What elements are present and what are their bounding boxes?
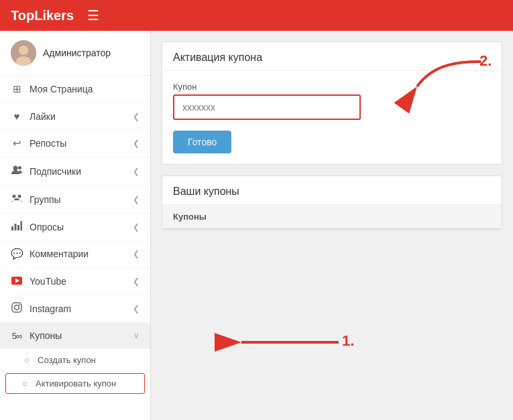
sidebar-item-subscribers[interactable]: Подписчики ❮ <box>0 157 150 186</box>
svg-point-1 <box>19 46 28 55</box>
sidebar-item-polls[interactable]: Опросы ❮ <box>0 214 150 240</box>
sidebar-item-label: Купоны <box>30 330 127 341</box>
sidebar-item-groups[interactable]: Группы ❮ <box>0 186 150 214</box>
instagram-icon <box>11 302 23 315</box>
username-label: Администратор <box>43 48 111 58</box>
user-block: Администратор <box>0 31 150 76</box>
app-title: TopLikers <box>11 8 74 23</box>
chevron-icon: ❮ <box>133 249 139 259</box>
chevron-icon: ❮ <box>133 304 139 313</box>
svg-text:2.: 2. <box>479 52 492 69</box>
svg-rect-8 <box>15 224 17 230</box>
avatar-image <box>11 40 36 66</box>
circle-icon: ○ <box>19 378 30 389</box>
subitem-label: Создать купон <box>38 355 96 365</box>
my-page-icon: ⊞ <box>11 83 23 95</box>
chevron-icon: ❮ <box>133 222 139 232</box>
svg-text:1.: 1. <box>342 332 354 349</box>
sidebar-item-label: Репосты <box>30 138 126 149</box>
submit-button[interactable]: Готово <box>173 131 231 153</box>
sidebar-item-label: Группы <box>30 194 126 205</box>
sidebar-item-comments[interactable]: 💬 Комментарии ❮ <box>0 240 150 268</box>
svg-rect-13 <box>12 303 21 312</box>
coupons-table: Купоны <box>162 205 502 229</box>
svg-point-15 <box>19 304 20 305</box>
annotation-arrow-2: 2. <box>407 56 501 98</box>
sidebar-item-label: YouTube <box>30 276 126 287</box>
sidebar-item-reposts[interactable]: ↩ Репосты ❮ <box>0 130 150 157</box>
chevron-icon: ❮ <box>133 195 139 204</box>
likes-icon: ♥ <box>11 111 23 122</box>
coupons-icon: 5∞ <box>11 331 23 341</box>
coupons-card: Ваши купоны Купоны <box>162 176 502 230</box>
sidebar-item-label: Комментарии <box>30 249 126 259</box>
coupon-input[interactable] <box>176 97 358 117</box>
chevron-icon: ❮ <box>133 277 139 286</box>
sidebar: Администратор ⊞ Моя Страница ♥ Лайки ❮ ↩… <box>0 31 151 420</box>
reposts-icon: ↩ <box>11 137 23 149</box>
annotation-arrow-1: 1. <box>231 326 365 361</box>
avatar <box>11 40 36 66</box>
table-column-coupons: Купоны <box>162 205 502 229</box>
sidebar-item-label: Моя Страница <box>30 84 139 94</box>
comments-icon: 💬 <box>11 248 23 260</box>
svg-point-14 <box>15 305 19 310</box>
sidebar-item-label: Опросы <box>30 222 126 232</box>
svg-point-6 <box>18 195 21 198</box>
svg-rect-10 <box>21 221 23 230</box>
polls-icon <box>11 221 23 232</box>
chevron-icon: ❮ <box>133 167 139 176</box>
svg-rect-7 <box>11 226 13 230</box>
subscribers-icon <box>11 165 23 178</box>
sidebar-item-label: Лайки <box>30 111 126 122</box>
circle-icon: ○ <box>21 355 32 365</box>
sidebar-item-label: Подписчики <box>30 166 126 177</box>
chevron-icon: ❮ <box>133 112 139 121</box>
sidebar-subitem-activate-coupon[interactable]: ○ Активировать купон <box>5 373 145 394</box>
groups-icon <box>11 193 23 206</box>
sidebar-item-coupons[interactable]: 5∞ Купоны ∨ <box>0 323 150 349</box>
youtube-icon <box>11 275 23 287</box>
chevron-down-icon: ∨ <box>133 331 139 340</box>
sidebar-item-instagram[interactable]: Instagram ❮ <box>0 295 150 323</box>
sidebar-item-my-page[interactable]: ⊞ Моя Страница <box>0 76 150 103</box>
sidebar-item-likes[interactable]: ♥ Лайки ❮ <box>0 103 150 130</box>
hamburger-menu-icon[interactable]: ☰ <box>87 7 99 23</box>
svg-rect-9 <box>17 225 19 230</box>
main-content: Активация купона Купон Готово Ваши купон… <box>151 31 513 420</box>
sidebar-subitem-create-coupon[interactable]: ○ Создать купон <box>0 349 150 372</box>
coupon-input-wrapper <box>173 94 361 120</box>
sidebar-item-youtube[interactable]: YouTube ❮ <box>0 268 150 295</box>
header: TopLikers ☰ <box>0 0 513 31</box>
svg-point-5 <box>13 195 16 198</box>
chevron-icon: ❮ <box>133 139 139 148</box>
sidebar-item-label: Instagram <box>30 303 126 314</box>
subitem-label: Активировать купон <box>36 378 116 389</box>
svg-point-4 <box>18 166 21 169</box>
layout: Администратор ⊞ Моя Страница ♥ Лайки ❮ ↩… <box>0 31 513 420</box>
coupons-card-title: Ваши купоны <box>162 176 502 205</box>
svg-point-3 <box>13 166 18 171</box>
